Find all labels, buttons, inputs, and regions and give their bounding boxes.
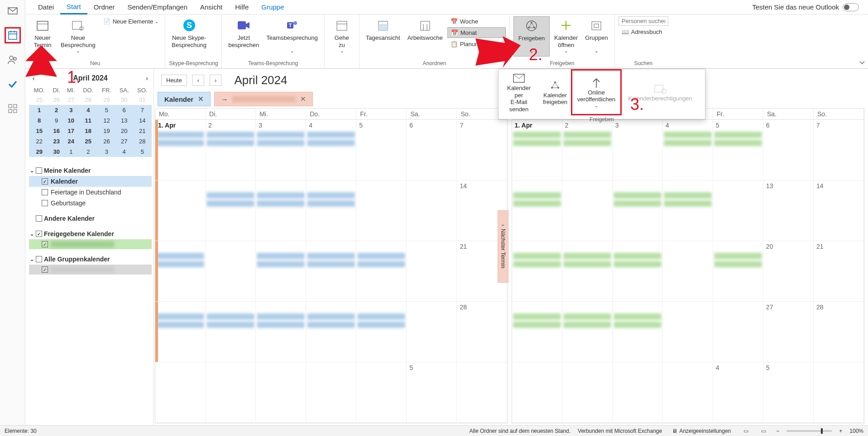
arrow-right-icon: → [221, 95, 228, 103]
display-settings-button[interactable]: 🖥Anzeigeeinstellungen [669, 427, 734, 435]
status-elements: Elemente: 30 [5, 428, 37, 434]
calendar-tab-shared[interactable]: →✕ [214, 92, 313, 106]
tasks-icon[interactable] [5, 76, 21, 92]
freigeben-dropdown: Kalender per E-Mail senden Kalender frei… [498, 69, 705, 119]
publish-online-button[interactable]: Online veröffentlichen ⌄ [571, 69, 622, 115]
calendar-group-alle-gruppen[interactable]: ⌄Alle Gruppenkalender [29, 254, 152, 265]
people-search-input[interactable] [619, 16, 668, 26]
teams-meeting-button[interactable]: T Teamsbesprechung⌄ [264, 16, 320, 56]
day-view-button[interactable]: Tagesansicht [363, 16, 403, 43]
groups-button[interactable]: Gruppen⌄ [582, 16, 611, 56]
ribbon-group-skype: S Neue Skype- Besprechung Skype-Besprech… [165, 14, 222, 68]
ribbon-group-gehezu: Gehe zu⌄ [325, 14, 360, 68]
calendar-email-button[interactable]: Kalender per E-Mail senden [499, 69, 539, 115]
calendar-group-andere[interactable]: ⌄Andere Kalender [29, 213, 152, 224]
month-icon: 📅 [451, 28, 459, 37]
svg-rect-7 [9, 104, 12, 108]
tab-ordner[interactable]: Ordner [87, 0, 121, 14]
close-icon[interactable]: ✕ [300, 95, 306, 103]
calendar-group-meine[interactable]: ⌄Meine Kalender [29, 165, 152, 176]
share-icon [524, 19, 539, 33]
ribbon-group-freigeben: Freigeben⌄ Kalender öffnen⌄ Gruppen⌄ Fre… [510, 14, 615, 68]
today-button[interactable]: Heute [161, 75, 187, 86]
tab-datei[interactable]: Datei [32, 0, 60, 14]
annotation-text-3: 3. [630, 95, 644, 114]
schedule-icon: 📋 [450, 40, 458, 48]
calendar-item-shared-1[interactable]: ✓ [29, 239, 152, 249]
teams-icon: T [285, 18, 299, 33]
addressbook-icon: 📖 [621, 28, 629, 36]
apps-icon[interactable] [5, 100, 21, 117]
zoom-out-button[interactable]: − [776, 428, 779, 434]
share-nodes-icon [548, 79, 562, 92]
calendar-item-feiertage[interactable]: Feiertage in Deutschland [29, 187, 152, 198]
svg-rect-11 [37, 21, 48, 30]
calendar-icon[interactable] [5, 27, 21, 43]
tab-hilfe[interactable]: Hilfe [229, 0, 255, 14]
svg-rect-13 [72, 21, 82, 29]
zoom-slider[interactable] [786, 430, 832, 432]
calendar-navigation-pane: ‹ April 2024 › MO.DI.MI.DO.FR.SA.SO. 252… [25, 69, 154, 425]
calendar-tab-kalender[interactable]: Kalender✕ [158, 92, 211, 106]
calendar-group-freigegebene[interactable]: ⌄✓Freigegebene Kalender [29, 228, 152, 239]
next-month-button[interactable]: › [146, 75, 148, 82]
calendar-item-geburtstage[interactable]: Geburtstage [29, 198, 152, 209]
svg-marker-43 [475, 36, 521, 68]
ribbon: Neuer Termin Neue Besprechung⌄ 📄Neue Ele… [25, 14, 868, 69]
camera-icon [236, 18, 251, 33]
addressbook-button[interactable]: 📖Adressbuch [619, 27, 668, 37]
goto-button[interactable]: Gehe zu⌄ [328, 16, 355, 56]
zoom-in-button[interactable]: + [839, 428, 842, 434]
tab-senden-empfangen[interactable]: Senden/Empfangen [121, 0, 194, 14]
new-outlook-toggle[interactable] [843, 3, 859, 11]
calendar-new-icon [35, 18, 50, 33]
prev-button[interactable]: ‹ [192, 75, 204, 86]
svg-rect-10 [14, 109, 17, 113]
skype-meeting-button[interactable]: S Neue Skype- Besprechung [169, 16, 209, 50]
meeting-icon [71, 18, 85, 33]
tab-gruppe[interactable]: Gruppe [255, 0, 290, 14]
calendar-share-button[interactable]: Kalender freigeben [539, 69, 571, 115]
calendar-list: ⌄Meine Kalender ✓Kalender Feiertage in D… [29, 165, 152, 275]
new-outlook-toggle-area: Testen Sie das neue Outlook [752, 3, 868, 11]
ribbon-collapse-button[interactable] [859, 59, 866, 66]
ribbon-group-suchen: 📖Adressbuch Suchen [615, 14, 672, 68]
svg-rect-25 [421, 21, 430, 30]
calendar-item-group-1[interactable]: ✓ [29, 265, 152, 275]
meet-now-button[interactable]: Jetzt besprechen [225, 16, 262, 50]
week-button[interactable]: 📅Woche [447, 16, 506, 26]
next-button[interactable]: › [210, 75, 221, 86]
svg-marker-42 [25, 45, 57, 77]
calendar-grid-left[interactable]: Mo.Di.Mi.Do.Fr.Sa.So. 1. Apr234567142128… [155, 108, 508, 423]
day-icon [376, 18, 390, 33]
work-week-button[interactable]: Arbeitswoche [405, 16, 446, 43]
status-bar: Elemente: 30 Alle Ordner sind auf dem ne… [0, 425, 868, 436]
open-calendar-button[interactable]: Kalender öffnen⌄ [551, 16, 580, 56]
view-normal-button[interactable]: ▭ [741, 427, 751, 435]
tab-ansicht[interactable]: Ansicht [194, 0, 229, 14]
mail-icon[interactable] [5, 3, 21, 19]
svg-rect-1 [9, 32, 17, 39]
monitor-icon: 🖥 [672, 428, 677, 434]
calendar-item-kalender[interactable]: ✓Kalender [29, 176, 152, 187]
tab-start[interactable]: Start [60, 0, 87, 14]
calendar-title: April 2024 [234, 73, 287, 87]
mail-icon [512, 72, 526, 85]
view-reading-button[interactable]: ▭ [758, 427, 769, 435]
close-icon[interactable]: ✕ [198, 95, 204, 103]
calendar-grid-right[interactable]: ← Mo.Di.Mi.Do.Fr.Sa.So. 1. Apr2345671314… [512, 108, 865, 423]
week-icon: 📅 [450, 17, 458, 25]
new-items-icon: 📄 [103, 17, 111, 25]
svg-text:T: T [289, 23, 292, 28]
next-appointment-button[interactable]: ›Nächster Termin [498, 210, 508, 283]
popup-group-label: Freigeben [499, 115, 705, 124]
annotation-arrow-1 [25, 45, 66, 81]
people-icon[interactable] [5, 52, 21, 68]
mini-calendar[interactable]: MO.DI.MI.DO.FR.SA.SO. 252627282930311234… [29, 86, 152, 157]
calendar-goto-icon [335, 18, 349, 33]
svg-rect-8 [14, 104, 17, 108]
status-connected: Verbunden mit Microsoft Exchange [578, 428, 662, 434]
neue-elemente-button[interactable]: 📄Neue Elemente ⌄ [100, 16, 162, 26]
svg-rect-21 [337, 21, 347, 30]
zoom-level: 100% [849, 428, 863, 434]
